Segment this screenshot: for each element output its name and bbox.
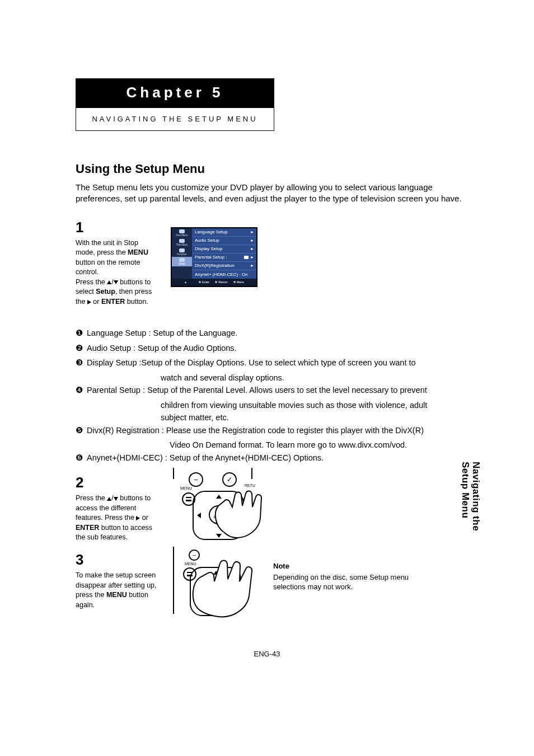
osd-item-display-label: Display Setup [195, 246, 222, 251]
step-2-c: or [140, 514, 148, 522]
left-arrow-icon [197, 513, 201, 518]
down-triangle-icon [114, 280, 118, 284]
page-number: ENG-43 [0, 650, 534, 658]
list-text-5: Divx(R) Registration : Please use the Re… [87, 424, 472, 436]
right-arrow-icon [237, 513, 241, 518]
osd-item-parental-label: Parental Setup : [195, 255, 227, 260]
divider [251, 468, 252, 479]
step-2-a: Press the [76, 494, 107, 502]
list-text-1: Language Setup : Setup of the Language. [87, 327, 472, 339]
setup-icon [179, 258, 185, 262]
side-tab-line1: Navigating the [471, 462, 481, 531]
osd-footer: ✦ Enter Return Menu [172, 279, 256, 286]
function-icon [179, 248, 185, 252]
left-arrow-icon [194, 589, 198, 594]
osd-item-display: Display Setup► [192, 245, 256, 253]
step-2-row: 2 Press the / buttons to access the diff… [76, 472, 472, 543]
enter-button: ENTER [209, 505, 228, 524]
list-item-1: ❶Language Setup : Setup of the Language. [76, 327, 472, 339]
osd-tab-disc: Disc Menu [172, 228, 192, 238]
chevron-right-icon: ► [250, 230, 254, 234]
up-triangle-icon [107, 497, 111, 501]
osd-item-anynet: Anynet+ (HDMI-CEC) : On [192, 270, 256, 279]
enter-bold: ENTER [101, 298, 125, 306]
menu-bold: MENU [128, 248, 148, 256]
osd-footer-enter: Enter [199, 280, 209, 284]
osd-footer-menu-label: Menu [237, 280, 245, 284]
list-text-2: Audio Setup : Setup of the Audio Options… [87, 342, 472, 354]
dpad: ENTER [190, 489, 246, 542]
step-1-line-b: button on the remote control. [76, 259, 140, 276]
osd-footer-nav: ✦ [175, 280, 195, 284]
osd-item-parental-right: ► [244, 255, 254, 259]
osd-left-tabs: Disc Menu Title Menu Function Setup [172, 228, 192, 279]
osd-footer-menu: Menu [233, 280, 245, 284]
osd-tab-setup: Setup [172, 257, 192, 266]
step-1-end: button. [125, 298, 148, 306]
dot-icon [233, 281, 236, 283]
osd-tab-function-label: Function [177, 253, 186, 256]
list-item-4: ❹Parental Setup : Setup of the Parental … [76, 384, 472, 396]
list-item-6: ❻Anynet+(HDMI-CEC) : Setup of the Anynet… [76, 452, 472, 464]
osd-tab-function: Function [172, 247, 192, 257]
option-list: ❶Language Setup : Setup of the Language.… [76, 327, 472, 464]
divider [173, 468, 174, 479]
enter-label: ENTER [214, 515, 223, 519]
osd-menu-list: Language Setup► Audio Setup► Display Set… [192, 228, 256, 279]
osd-footer-enter-label: Enter [202, 280, 209, 284]
list-item-5: ❺Divx(R) Registration : Please use the R… [76, 424, 472, 436]
osd-tab-title-label: Title Menu [176, 243, 188, 246]
list-item-2: ❷Audio Setup : Setup of the Audio Option… [76, 342, 472, 354]
osd-item-divx: DivX(R)Registration► [192, 262, 256, 270]
divider [173, 547, 174, 614]
osd-item-language-label: Language Setup [195, 229, 228, 234]
list-text-5b: Video On Demand format. To learn more go… [76, 439, 472, 451]
remote-button: – [189, 550, 200, 561]
remote-button: ✓ [222, 472, 237, 487]
return-label: RETU [245, 483, 255, 487]
up-arrow-icon [216, 495, 222, 499]
note-body: Depending on the disc, some Setup menu s… [273, 572, 441, 592]
menu-bold-3: MENU [106, 591, 127, 599]
bullet-6: ❻ [76, 452, 87, 464]
chapter-subtitle: NAVIGATING THE SETUP MENU [92, 115, 257, 123]
remote-button: – [189, 472, 203, 487]
page: Chapter 5 NAVIGATING THE SETUP MENU Usin… [0, 0, 534, 756]
title-icon [179, 239, 185, 243]
down-arrow-icon [216, 534, 222, 538]
chevron-right-icon: ► [250, 264, 254, 267]
side-tab: Navigating the Setup Menu [460, 462, 481, 531]
osd-item-anynet-label: Anynet+ (HDMI-CEC) : On [195, 272, 247, 277]
right-arrow-icon [234, 589, 238, 594]
osd-item-language: Language Setup► [192, 228, 256, 237]
bullet-2: ❷ [76, 342, 87, 354]
right-triangle-icon [87, 300, 91, 304]
remote-illustration-2: – ✓ MENU RETU ENTER [171, 472, 266, 539]
osd-tab-disc-label: Disc Menu [176, 234, 188, 237]
step-1-press: Press the [76, 278, 107, 286]
chapter-title: Chapter 5 [76, 78, 274, 108]
note-title: Note [273, 561, 441, 571]
osd-screenshot: Disc Menu Title Menu Function Setup Lang… [171, 227, 257, 287]
step-1-row: 1 With the unit in Stop mode, press the … [76, 217, 472, 307]
osd-footer-return: Return [215, 280, 228, 284]
step-1-text: 1 With the unit in Stop mode, press the … [76, 217, 160, 307]
dot-icon [215, 281, 217, 283]
remote-illustration-3: – MENU [171, 550, 266, 622]
step-3-number: 3 [76, 550, 160, 570]
note-box: Note Depending on the disc, some Setup m… [273, 561, 441, 592]
osd-item-audio: Audio Setup► [192, 237, 256, 245]
enter-icon [216, 511, 221, 515]
side-tab-line2: Setup Menu [460, 462, 471, 518]
down-triangle-icon [114, 497, 118, 501]
bullet-3: ❸ [76, 356, 87, 369]
chapter-header: Chapter 5 NAVIGATING THE SETUP MENU [76, 78, 274, 131]
osd-footer-right: Enter Return Menu [199, 280, 256, 284]
list-item-3: ❸Display Setup :Setup of the Display Opt… [76, 356, 472, 369]
osd-tab-title: Title Menu [172, 238, 192, 247]
osd-item-divx-label: DivX(R)Registration [195, 263, 235, 268]
chevron-right-icon: ► [250, 255, 254, 259]
disc-icon [179, 229, 185, 233]
osd-body: Disc Menu Title Menu Function Setup Lang… [172, 228, 256, 279]
step-1-number: 1 [76, 217, 160, 237]
